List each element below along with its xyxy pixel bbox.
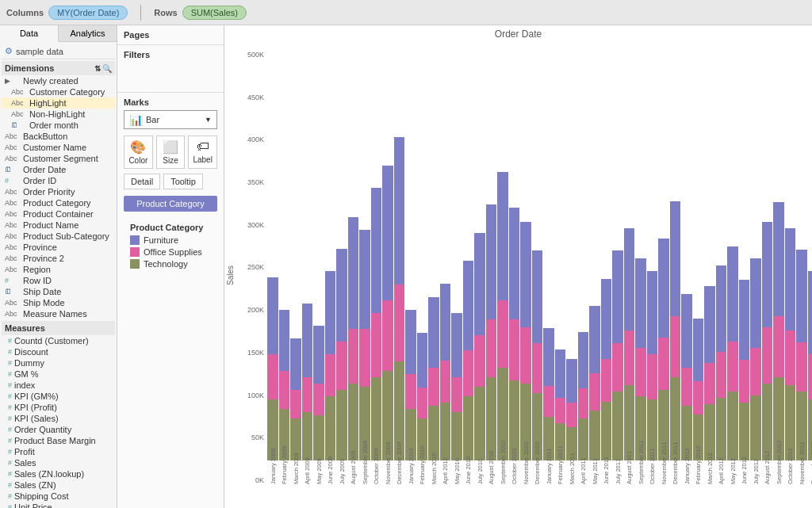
dimension-item[interactable]: AbcProvince: [2, 242, 115, 253]
measure-item[interactable]: #Sales (ZN): [2, 479, 115, 491]
dimension-item[interactable]: 🗓Ship Date: [2, 286, 115, 297]
dimension-item[interactable]: 🗓Order month: [2, 120, 115, 131]
bar-group[interactable]: February 2009: [279, 51, 290, 484]
dimension-item[interactable]: AbcProvince 2: [2, 253, 115, 264]
dimension-item[interactable]: ▶Newly created: [2, 75, 115, 86]
rows-pill[interactable]: SUM(Sales): [182, 6, 247, 20]
sort-icon[interactable]: ⇅: [94, 64, 101, 73]
bar-group[interactable]: December 2010: [532, 51, 543, 484]
bar-group[interactable]: June 2010: [463, 51, 474, 484]
measure-item[interactable]: #Discount: [2, 346, 115, 357]
bar-group[interactable]: January 2011: [543, 51, 554, 484]
bar-group[interactable]: February 2010: [417, 51, 428, 484]
bar-group[interactable]: March 2009: [290, 51, 301, 484]
dimension-item[interactable]: AbcOrder Priority: [2, 186, 115, 197]
measure-item[interactable]: #Countd (Customer): [2, 335, 115, 346]
bar-group[interactable]: May 2010: [451, 51, 462, 484]
dimension-item[interactable]: AbcCustomer Segment: [2, 153, 115, 164]
bar-group[interactable]: August 2010: [486, 51, 497, 484]
bar-group[interactable]: May 2009: [313, 51, 324, 484]
tab-data[interactable]: Data: [0, 25, 59, 42]
bar-group[interactable]: September 2012: [773, 51, 784, 484]
bar-group[interactable]: January 2010: [405, 51, 416, 484]
bar-group[interactable]: April 2010: [440, 51, 451, 484]
bar-group[interactable]: August 2012: [762, 51, 773, 484]
datasource-item[interactable]: ⚙ sample data: [2, 44, 115, 59]
bar-group[interactable]: June 2012: [739, 51, 750, 484]
bar-group[interactable]: August 2011: [624, 51, 635, 484]
dimension-item[interactable]: AbcProduct Sub-Category: [2, 231, 115, 242]
measure-item[interactable]: #KPI (GM%): [2, 391, 115, 402]
bar-group[interactable]: May 2011: [589, 51, 600, 484]
measure-item[interactable]: #Sales: [2, 457, 115, 468]
bar-group[interactable]: October 2011: [647, 51, 658, 484]
dimension-item[interactable]: AbcProduct Name: [2, 220, 115, 231]
measure-item[interactable]: #GM %: [2, 369, 115, 380]
bar-group[interactable]: March 2011: [566, 51, 577, 484]
dimension-item[interactable]: AbcBackButton: [2, 131, 115, 142]
measure-item[interactable]: #Dummy: [2, 357, 115, 369]
bar-group[interactable]: September 2010: [497, 51, 508, 484]
bar-group[interactable]: January 2009: [267, 51, 278, 484]
bar-group[interactable]: July 2012: [750, 51, 761, 484]
bar-group[interactable]: November 2010: [520, 51, 531, 484]
bar-group[interactable]: July 2010: [474, 51, 485, 484]
bar-group[interactable]: December 2011: [670, 51, 681, 484]
bar-group[interactable]: July 2009: [336, 51, 347, 484]
bar-group[interactable]: September 2011: [635, 51, 646, 484]
tab-analytics[interactable]: Analytics: [59, 25, 117, 41]
mark-button-size[interactable]: ⬜Size: [156, 136, 186, 169]
bar-group[interactable]: March 2012: [704, 51, 715, 484]
dimension-item[interactable]: AbcRegion: [2, 264, 115, 275]
dimension-item[interactable]: AbcNon-HighLight: [2, 109, 115, 120]
dimension-item[interactable]: AbcCustomer Name: [2, 142, 115, 153]
measure-item[interactable]: #KPI (Sales): [2, 413, 115, 424]
mark-button-color[interactable]: 🎨Color: [124, 136, 153, 169]
dimension-item[interactable]: #Order ID: [2, 175, 115, 186]
columns-pill[interactable]: MY(Order Date): [48, 6, 128, 20]
bar-group[interactable]: October 2010: [509, 51, 520, 484]
dimension-item[interactable]: AbcProduct Container: [2, 208, 115, 220]
detail-button[interactable]: Detail: [124, 174, 160, 189]
bar-group[interactable]: April 2012: [716, 51, 727, 484]
product-category-button[interactable]: Product Category: [124, 196, 217, 212]
mark-button-label[interactable]: 🏷Label: [188, 136, 217, 169]
bar-group[interactable]: August 2009: [348, 51, 359, 484]
bar-group[interactable]: June 2009: [325, 51, 336, 484]
dimension-item[interactable]: #Row ID: [2, 275, 115, 286]
bar-group[interactable]: January 2012: [681, 51, 692, 484]
bar-group[interactable]: February 2011: [555, 51, 566, 484]
bar-group[interactable]: December 2009: [394, 51, 405, 484]
dimension-item[interactable]: AbcCustomer Category: [2, 86, 115, 97]
marks-type-dropdown[interactable]: 📊 Bar ▼: [124, 110, 217, 129]
measure-item[interactable]: #Profit: [2, 446, 115, 457]
bar-group[interactable]: October 2012: [785, 51, 796, 484]
bar-group[interactable]: February 2012: [693, 51, 704, 484]
dimension-item[interactable]: AbcMeasure Names: [2, 308, 115, 319]
measure-item[interactable]: #Shipping Cost: [2, 491, 115, 502]
bar-group[interactable]: November 2011: [658, 51, 669, 484]
dimension-item[interactable]: 🗓Order Date: [2, 164, 115, 175]
bars-container[interactable]: January 2009February 2009March 2009April…: [267, 43, 812, 508]
measure-item[interactable]: #Sales (ZN.lookup): [2, 468, 115, 479]
tooltip-button[interactable]: Tooltip: [163, 174, 203, 189]
dimension-item[interactable]: AbcProduct Category: [2, 197, 115, 208]
bar-group[interactable]: December 2012: [808, 51, 813, 484]
measure-item[interactable]: #Unit Price: [2, 502, 115, 508]
bar-group[interactable]: April 2011: [578, 51, 589, 484]
bar-group[interactable]: May 2012: [727, 51, 738, 484]
bar-group[interactable]: October 2009: [371, 51, 382, 484]
bar-group[interactable]: July 2011: [612, 51, 623, 484]
bar-group[interactable]: November 2012: [796, 51, 807, 484]
bar-group[interactable]: September 2009: [359, 51, 370, 484]
dimension-item[interactable]: AbcHighLight: [2, 97, 115, 109]
dimension-item[interactable]: AbcShip Mode: [2, 297, 115, 308]
bar-group[interactable]: November 2009: [382, 51, 393, 484]
measure-item[interactable]: #index: [2, 380, 115, 391]
measure-item[interactable]: #Product Base Margin: [2, 435, 115, 446]
bar-group[interactable]: March 2010: [428, 51, 439, 484]
bar-group[interactable]: April 2009: [302, 51, 313, 484]
search-icon[interactable]: 🔍: [102, 64, 112, 73]
measure-item[interactable]: #KPI (Profit): [2, 402, 115, 413]
measure-item[interactable]: #Order Quantity: [2, 424, 115, 435]
